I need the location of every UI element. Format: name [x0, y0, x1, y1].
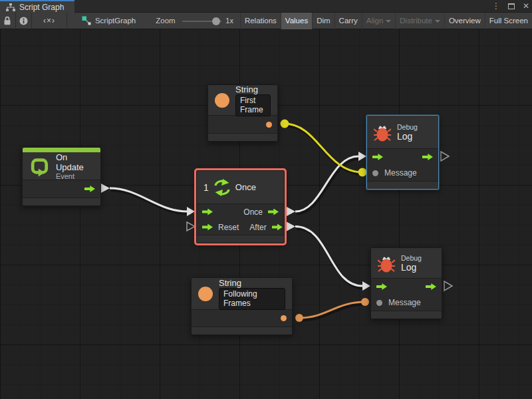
overview-button[interactable]: Overview — [444, 13, 485, 29]
window-close-icon[interactable]: ✕ — [523, 0, 529, 13]
port-triangle-debug-top-out-unconnected[interactable] — [441, 152, 449, 161]
message-input-port[interactable] — [372, 170, 378, 176]
flow-in-port[interactable] — [372, 154, 383, 160]
reset-label: Reset — [218, 223, 239, 232]
fullscreen-button[interactable]: Full Screen — [485, 13, 532, 29]
node-on-update-event[interactable]: On Update Event — [22, 147, 101, 206]
port-triangle-once-in[interactable] — [187, 207, 195, 216]
message-label: Message — [384, 168, 417, 178]
port-triangle-debug-top-in[interactable] — [358, 152, 366, 161]
string-type-icon — [198, 287, 213, 301]
node-title: String — [235, 84, 271, 94]
window-maximize-icon[interactable] — [508, 3, 515, 9]
node-footer — [192, 327, 292, 334]
flow-in-port[interactable] — [202, 209, 213, 215]
flow-in-port[interactable] — [376, 283, 387, 290]
once-exit-port[interactable] — [268, 209, 279, 215]
info-button[interactable] — [16, 13, 32, 29]
message-input-port[interactable] — [376, 300, 382, 306]
message-label: Message — [388, 298, 421, 307]
port-triangle-reset-unconnected[interactable] — [187, 222, 195, 231]
zoom-slider[interactable] — [182, 13, 222, 29]
flow-out-port[interactable] — [422, 154, 433, 160]
node-subtitle: Event — [56, 172, 94, 180]
node-title: Log — [397, 131, 418, 142]
node-title: Once — [235, 182, 256, 192]
port-triangle-debug-bottom-out-unconnected[interactable] — [444, 281, 452, 291]
tab-bar: Script Graph ⋮ ✕ — [0, 0, 532, 13]
script-graph-icon — [82, 16, 91, 25]
wire-dot-orange-start[interactable] — [295, 314, 303, 322]
node-kind: Debug — [397, 123, 418, 131]
distribute-dropdown[interactable]: Distribute — [395, 13, 444, 29]
node-title: On Update — [56, 152, 94, 172]
wire-once-to-debug-log-top[interactable] — [295, 156, 358, 211]
node-footer — [197, 235, 284, 243]
relations-button[interactable]: Relations — [240, 13, 281, 29]
graph-toolbar: ‹×› ScriptGraph Zoom 1x Relations Values… — [0, 13, 532, 29]
info-icon — [19, 17, 28, 25]
node-debug-log-top[interactable]: Debug Log Message — [366, 115, 439, 190]
port-triangle-debug-bottom-in[interactable] — [362, 281, 370, 291]
string-type-icon — [215, 93, 229, 108]
node-footer — [23, 198, 100, 205]
wire-string-first-frame-to-message[interactable] — [285, 124, 362, 172]
graph-breadcrumb[interactable]: ScriptGraph — [82, 16, 136, 25]
chevron-down-icon — [386, 20, 391, 23]
graph-canvas[interactable]: String First Frame Debug Log — [0, 29, 532, 399]
flow-out-port[interactable] — [84, 186, 95, 192]
port-triangle-after-out[interactable] — [287, 222, 295, 231]
after-label: After — [249, 223, 266, 232]
align-dropdown[interactable]: Align — [362, 13, 396, 29]
wire-dot-yellow-end[interactable] — [358, 168, 367, 177]
node-string-following-frames[interactable]: String Following Frames — [191, 277, 293, 335]
tab-script-graph[interactable]: Script Graph — [0, 0, 74, 13]
chevron-down-icon — [435, 20, 440, 23]
lock-button[interactable] — [0, 13, 16, 29]
node-footer — [367, 181, 438, 189]
reset-in-port[interactable] — [202, 224, 213, 231]
wire-dot-yellow-start[interactable] — [281, 120, 289, 128]
values-button[interactable]: Values — [281, 13, 312, 29]
once-count: 1 — [203, 182, 209, 193]
graph-name-label: ScriptGraph — [95, 17, 136, 25]
node-title: String — [219, 278, 285, 288]
bug-icon — [378, 254, 395, 273]
zoom-value: 1x — [225, 17, 233, 25]
graph-tree-icon — [5, 3, 16, 11]
string-output-port[interactable] — [281, 315, 287, 321]
zoom-label: Zoom — [156, 17, 175, 25]
once-cycle-icon — [213, 178, 231, 197]
after-exit-port[interactable] — [272, 224, 283, 231]
port-triangle-on-update-out[interactable] — [101, 184, 110, 193]
node-footer — [371, 311, 442, 319]
zoom-slider-handle[interactable] — [212, 17, 220, 25]
dim-button[interactable]: Dim — [312, 13, 334, 29]
carry-button[interactable]: Carry — [334, 13, 362, 29]
node-kind: Debug — [401, 254, 422, 262]
node-string-first-frame[interactable]: String First Frame — [207, 84, 278, 142]
on-update-loop-icon — [29, 155, 50, 178]
port-triangle-once-out[interactable] — [287, 207, 295, 216]
string-value-field[interactable]: First Frame — [235, 94, 271, 116]
wire-after-to-debug-log-bottom[interactable] — [295, 227, 362, 287]
code-view-button[interactable]: ‹×› — [32, 13, 67, 29]
string-output-port[interactable] — [266, 122, 272, 128]
node-title: Log — [401, 262, 422, 273]
bug-icon — [374, 123, 391, 142]
string-value-field[interactable]: Following Frames — [219, 288, 285, 310]
lock-icon — [3, 16, 11, 25]
tab-title: Script Graph — [19, 3, 64, 12]
once-exit-label: Once — [243, 207, 263, 217]
wire-dot-orange-end[interactable] — [361, 298, 369, 306]
node-debug-log-bottom[interactable]: Debug Log Message — [370, 247, 442, 319]
node-once-selected[interactable]: 1 Once Once Reset After — [196, 170, 285, 243]
window-menu-icon[interactable]: ⋮ — [492, 0, 500, 13]
flow-out-port[interactable] — [426, 283, 436, 290]
node-footer — [208, 133, 277, 141]
